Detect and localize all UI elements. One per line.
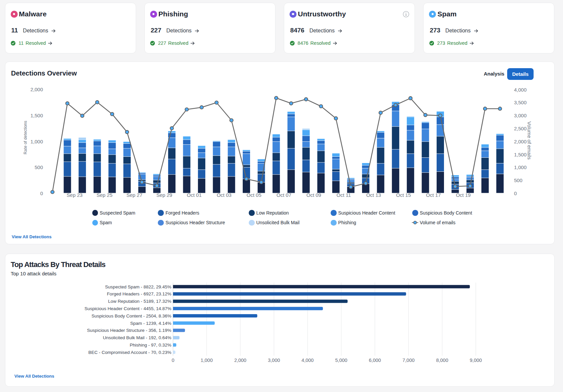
svg-text:0: 0 <box>514 190 517 196</box>
svg-text:Oct 01: Oct 01 <box>187 192 201 198</box>
svg-text:Oct 13: Oct 13 <box>366 192 381 198</box>
svg-text:Sep 27: Sep 27 <box>126 192 142 198</box>
svg-text:Suspected Spam - 8822, 29.45%: Suspected Spam - 8822, 29.45% <box>105 284 171 289</box>
svg-text:6,000: 6,000 <box>369 358 381 363</box>
svg-text:Suspicious Header Content - 44: Suspicious Header Content - 4455, 14.87% <box>84 306 171 311</box>
svg-text:Oct 15: Oct 15 <box>396 192 411 198</box>
svg-text:1,500: 1,500 <box>30 113 43 118</box>
svg-text:Low Reputation - 5189, 17.32%: Low Reputation - 5189, 17.32% <box>108 299 171 304</box>
svg-text:Oct 17: Oct 17 <box>426 192 441 198</box>
svg-text:Suspicious Header Structure -: Suspicious Header Structure - 356, 1.19% <box>87 328 171 333</box>
svg-text:9,000: 9,000 <box>470 358 482 363</box>
svg-text:Volume of emails: Volume of emails <box>527 121 532 159</box>
svg-text:Suspicious Body Content - 2504: Suspicious Body Content - 2504, 8.36% <box>91 313 171 318</box>
svg-text:7,000: 7,000 <box>402 358 414 363</box>
svg-text:Sep 25: Sep 25 <box>96 192 112 198</box>
svg-text:Forged Headers - 6927, 23.12%: Forged Headers - 6927, 23.12% <box>107 291 171 296</box>
svg-text:Sep 23: Sep 23 <box>67 192 83 198</box>
svg-text:3,500: 3,500 <box>514 100 527 105</box>
svg-text:1,500: 1,500 <box>514 152 527 157</box>
svg-text:Sep 29: Sep 29 <box>156 192 172 198</box>
svg-text:4,000: 4,000 <box>301 358 313 363</box>
svg-text:1,000: 1,000 <box>514 164 527 170</box>
svg-text:Oct 07: Oct 07 <box>276 192 291 198</box>
svg-text:Oct 03: Oct 03 <box>217 192 231 198</box>
svg-text:4,000: 4,000 <box>514 87 527 93</box>
svg-text:1,000: 1,000 <box>30 139 43 144</box>
svg-text:3,000: 3,000 <box>514 113 527 118</box>
svg-text:3,000: 3,000 <box>268 358 280 363</box>
svg-text:Unsolicited Bulk Mail - 192, 0: Unsolicited Bulk Mail - 192, 0.64% <box>103 335 171 340</box>
svg-text:Phishing - 97, 0.32%: Phishing - 97, 0.32% <box>129 343 171 348</box>
svg-text:Oct 09: Oct 09 <box>306 192 321 198</box>
svg-text:500: 500 <box>514 177 522 183</box>
svg-text:Oct 19: Oct 19 <box>456 192 470 198</box>
svg-text:2,000: 2,000 <box>30 87 43 92</box>
svg-text:Oct 05: Oct 05 <box>246 192 261 198</box>
svg-text:2,000: 2,000 <box>514 139 527 144</box>
svg-text:0: 0 <box>172 358 174 363</box>
svg-text:2,000: 2,000 <box>234 358 246 363</box>
svg-text:500: 500 <box>34 164 43 170</box>
svg-text:Rate of detections: Rate of detections <box>23 121 27 154</box>
svg-text:Spam - 1239, 4.14%: Spam - 1239, 4.14% <box>130 321 171 326</box>
svg-text:5,000: 5,000 <box>335 358 347 363</box>
svg-text:0: 0 <box>40 190 43 196</box>
svg-text:BEC - Compromised Account - 70: BEC - Compromised Account - 70, 0.23% <box>88 350 171 355</box>
svg-text:1,000: 1,000 <box>200 358 212 363</box>
svg-text:Oct 11: Oct 11 <box>336 192 351 198</box>
svg-text:8,000: 8,000 <box>436 358 448 363</box>
svg-text:2,500: 2,500 <box>514 126 527 131</box>
